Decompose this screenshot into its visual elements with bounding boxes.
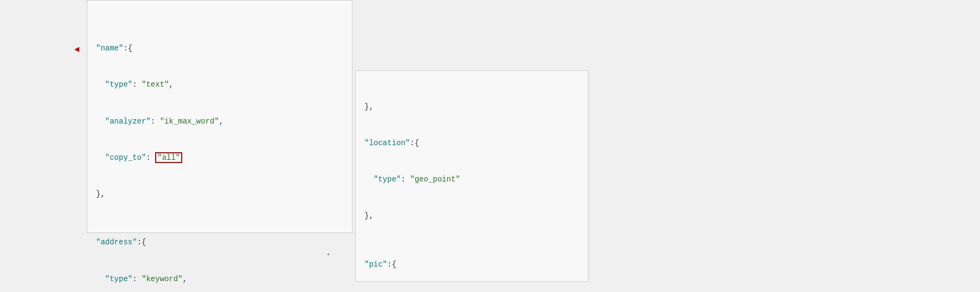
line-address-type: "type": "keyword", <box>96 273 343 285</box>
line-location-type: "type": "geo_point" <box>364 173 579 185</box>
line-pic-open: "pic":{ <box>364 258 579 270</box>
highlight-all-1: "all" <box>155 152 182 163</box>
line-close-name: }, <box>96 188 343 200</box>
left-code-panel: "name":{ ◄ "type": "text", "analyzer": "… <box>87 0 353 233</box>
line-name-open: "name":{ ◄ <box>96 42 343 54</box>
line-r-comma: }, <box>364 101 579 113</box>
separator-dot: · <box>325 249 331 260</box>
right-code-panel: }, "location":{ "type": "geo_point" }, "… <box>355 70 588 282</box>
line-location-open: "location":{ <box>364 137 579 149</box>
line-type-text: "type": "text", <box>96 79 343 90</box>
line-address-open: "address":{ <box>96 236 343 248</box>
line-copy-to-name: "copy_to": "all" <box>96 152 343 164</box>
key-name: "name" <box>96 42 123 54</box>
line-analyzer: "analyzer": "ik_max_word", <box>96 115 343 127</box>
arrow-name: ◄ <box>74 43 80 57</box>
line-close-location: }, <box>364 210 579 222</box>
